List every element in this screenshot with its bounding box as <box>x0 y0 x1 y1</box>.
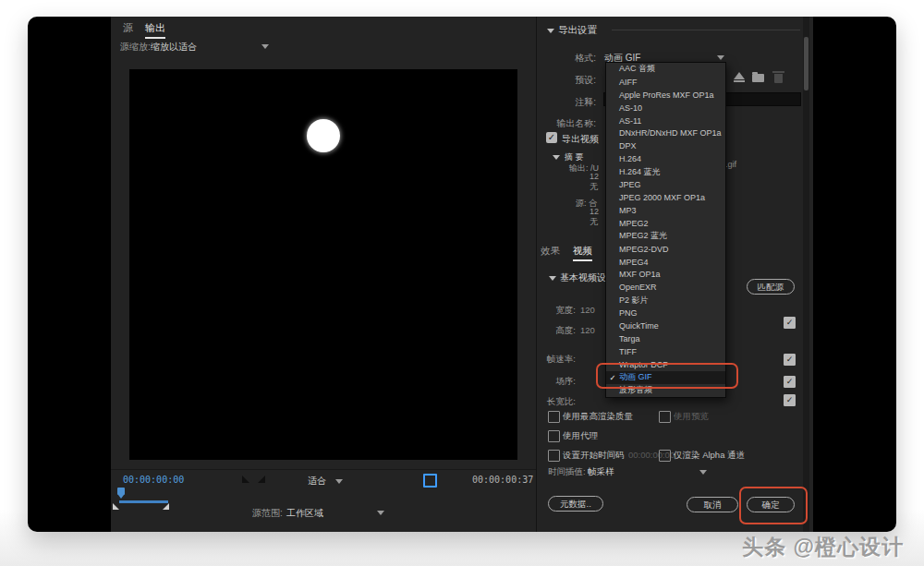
option-checkbox[interactable] <box>548 411 560 423</box>
format-option-label: Targa <box>619 334 640 343</box>
format-option[interactable]: PNG <box>606 307 725 319</box>
tab-output[interactable]: 输出 <box>145 21 165 39</box>
work-area-start-handle[interactable] <box>113 503 119 510</box>
cancel-button[interactable]: 取消 <box>687 497 738 512</box>
format-option[interactable]: DPX <box>606 139 725 152</box>
field-checkbox[interactable]: ✓ <box>784 317 796 329</box>
export-settings-header: 导出设置 <box>558 24 597 37</box>
current-timecode[interactable]: 00:00:00:00 <box>123 475 184 485</box>
tab-effects[interactable]: 效果 <box>541 245 560 258</box>
format-option-label: TIFF <box>619 347 637 356</box>
work-area-end-handle[interactable] <box>163 503 169 510</box>
field-checkbox[interactable]: ✓ <box>784 354 796 366</box>
tab-source[interactable]: 源 <box>123 21 133 35</box>
format-option-label: MPEG2 <box>619 219 649 228</box>
format-option[interactable]: Apple ProRes MXF OP1a <box>606 89 725 102</box>
format-option[interactable]: AS-11 <box>606 114 725 127</box>
duration-timecode: 00:00:00:37 <box>472 475 533 485</box>
zoom-level-select[interactable]: 适合 <box>308 475 326 488</box>
work-area-bar[interactable] <box>119 500 168 503</box>
option-checkbox[interactable] <box>659 411 671 423</box>
option-checkbox[interactable] <box>548 450 560 462</box>
format-option[interactable]: H.264 <box>606 152 725 165</box>
summary-output-sub1: 12 <box>590 172 599 181</box>
playhead[interactable] <box>117 488 125 495</box>
delete-preset-icon[interactable] <box>774 74 783 83</box>
format-option[interactable]: MPEG2 蓝光 <box>606 230 725 243</box>
option-label: 仅渲染 Alpha 通道 <box>674 450 745 462</box>
format-option-label: DNxHR/DNxHD MXF OP1a <box>619 128 722 138</box>
format-option-label: QuickTime <box>619 321 659 331</box>
format-option-label: PNG <box>619 308 638 318</box>
format-option[interactable]: MPEG4 <box>606 256 725 269</box>
output-name-label: 输出名称: <box>531 117 596 130</box>
format-option-label: AS-10 <box>619 103 642 113</box>
preset-label: 预设: <box>531 74 596 87</box>
annotation-box-selected-format <box>596 363 738 389</box>
field-label: 帧速率: <box>529 354 576 366</box>
option-checkbox[interactable] <box>548 430 560 442</box>
chevron-down-icon[interactable] <box>699 470 707 475</box>
format-option[interactable]: MXF OP1a <box>606 269 725 282</box>
format-option-label: Apple ProRes MXF OP1a <box>619 90 714 100</box>
format-option-label: DPX <box>619 141 637 151</box>
field-checkbox[interactable]: ✓ <box>784 394 796 406</box>
format-option[interactable]: JPEG 2000 MXF OP1a <box>606 191 725 204</box>
collapse-caret-icon[interactable] <box>547 29 554 33</box>
source-range-select[interactable]: 工作区域 <box>286 507 323 520</box>
summary-source-sub1: 12 <box>590 207 599 216</box>
set-in-point-icon[interactable] <box>242 476 249 483</box>
format-option[interactable]: AS-10 <box>606 102 725 114</box>
option-checkbox[interactable] <box>659 450 671 462</box>
chevron-down-icon[interactable] <box>377 511 384 515</box>
chevron-down-icon[interactable] <box>261 44 269 49</box>
format-option-label: AS-11 <box>619 116 641 126</box>
format-option[interactable]: MPEG2 <box>606 217 725 230</box>
format-option[interactable]: Targa <box>606 332 725 345</box>
field-value: 120 <box>580 305 595 315</box>
crop-tool-icon[interactable] <box>423 474 437 488</box>
format-option[interactable]: MP3 <box>606 204 725 217</box>
format-option[interactable]: OpenEXR <box>606 281 725 294</box>
page: 源 输出 源缩放: 缩放以适合 00:00:00:00 适合 00:00:00:… <box>0 0 924 566</box>
format-option[interactable]: AIFF <box>606 76 725 89</box>
time-interp-select[interactable]: 帧采样 <box>588 466 614 478</box>
format-option[interactable]: TIFF <box>606 345 725 358</box>
field-value: 120 <box>580 325 595 335</box>
import-preset-icon[interactable] <box>752 74 764 82</box>
match-source-button[interactable]: 匹配源 <box>747 279 795 295</box>
metadata-button[interactable]: 元数据.. <box>548 496 603 512</box>
set-out-point-icon[interactable] <box>258 476 265 483</box>
scrollbar-thumb[interactable] <box>804 37 808 90</box>
chevron-down-icon[interactable] <box>335 479 343 484</box>
format-option[interactable]: JPEG <box>606 178 725 191</box>
summary-source-sub2: 无 <box>590 216 598 228</box>
format-option[interactable]: DNxHR/DNxHD MXF OP1a <box>606 127 725 140</box>
tab-video[interactable]: 视频 <box>573 245 592 261</box>
source-range-label: 源范围: <box>252 507 283 520</box>
summary-output-tail: .gif <box>725 160 736 169</box>
format-label: 格式: <box>531 52 596 65</box>
export-video-checkbox[interactable]: ✓ <box>546 132 557 143</box>
format-option-label: AAC 音频 <box>619 63 655 75</box>
format-option[interactable]: QuickTime <box>606 319 725 332</box>
save-preset-icon[interactable] <box>734 72 745 79</box>
format-option-label: H.264 <box>619 154 641 163</box>
collapse-caret-icon[interactable] <box>549 276 556 281</box>
field-checkbox[interactable]: ✓ <box>784 376 796 388</box>
format-option-label: JPEG 2000 MXF OP1a <box>619 193 705 202</box>
field-label: 长宽比: <box>529 396 576 408</box>
format-option[interactable]: AAC 音频 <box>606 63 725 76</box>
scrollbar-track[interactable] <box>803 17 809 532</box>
format-option[interactable]: H.264 蓝光 <box>606 165 725 178</box>
option-label: 使用预览 <box>674 411 709 423</box>
preview-circle <box>307 119 340 152</box>
chevron-down-icon[interactable] <box>717 55 724 60</box>
format-option[interactable]: MPEG2-DVD <box>606 243 725 256</box>
option-label: 使用最高渲染质量 <box>563 411 633 423</box>
source-scale-select[interactable]: 缩放以适合 <box>151 41 197 54</box>
format-option-label: MPEG4 <box>619 258 649 267</box>
format-option[interactable]: P2 影片 <box>606 294 725 307</box>
time-interp-label: 时间插值: <box>548 466 586 478</box>
collapse-caret-icon[interactable] <box>553 155 560 160</box>
